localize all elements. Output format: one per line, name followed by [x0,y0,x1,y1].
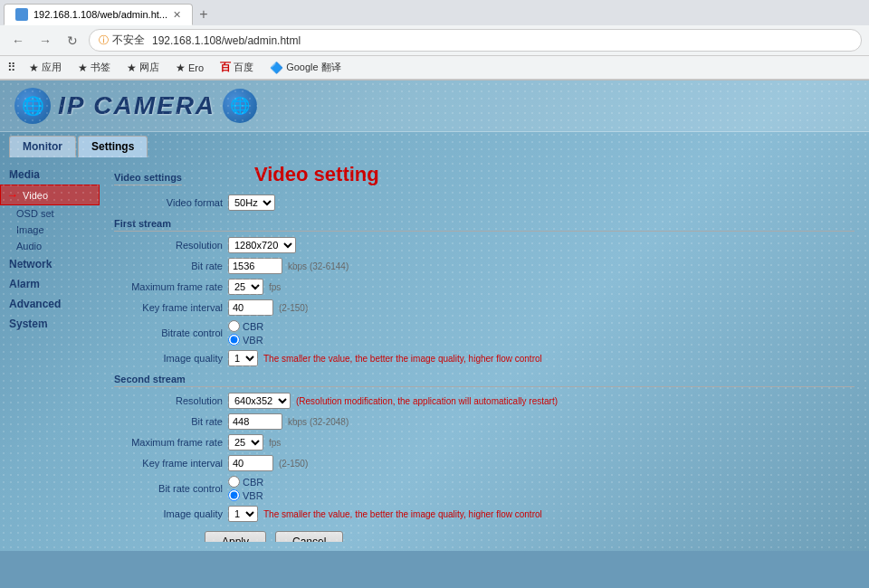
max-frame-row: Maximum frame rate 25 15 10 fps [114,279,855,295]
bitrate-row: Bit rate kbps (32-6144) [114,258,855,274]
key-frame-input[interactable] [228,299,273,316]
resolution-select[interactable]: 1280x720 640x352 320x176 [228,237,296,253]
image-quality-hint: The smaller the value, the better the im… [263,354,542,364]
back-btn[interactable]: ← [7,30,29,52]
s2-cbr-radio-row: CBR [228,476,263,488]
s2-resolution-row: Resolution 640x352 320x176 (Resolution m… [114,393,855,409]
sidebar-item-osd[interactable]: OSD set [0,205,100,222]
nav-tabs: Monitor Settings [0,132,869,157]
bookmark-apps[interactable]: ★ 应用 [25,59,65,76]
header: 🌐 IP CAMERA 🌐 [0,81,869,132]
sidebar-category-alarm[interactable]: Alarm [0,274,100,294]
security-icon: ⓘ [99,33,109,47]
s2-bitrate-label: Bit rate [114,416,223,427]
sidebar-category-network[interactable]: Network [0,254,100,274]
video-format-select[interactable]: 50Hz 60Hz [228,194,275,211]
s2-max-frame-label: Maximum frame rate [114,437,223,448]
url-text: 192.168.1.108/web/admin.html [152,34,301,47]
s2-vbr-radio-row: VBR [228,489,263,501]
s2-vbr-radio[interactable] [228,489,240,501]
cancel-button[interactable]: Cancel [275,531,343,542]
s2-image-quality-row: Image quality 1234 The smaller the value… [114,506,855,522]
s2-key-frame-row: Key frame interval (2-150) [114,455,855,471]
image-quality-select[interactable]: 1234 [228,350,258,366]
s2-resolution-hint: (Resolution modification, the applicatio… [296,396,558,406]
tab-bar: 192.168.1.108/web/admin.ht... ✕ + [0,0,869,25]
logo-globe-right: 🌐 [223,89,257,123]
tab-monitor[interactable]: Monitor [9,136,76,157]
max-frame-select[interactable]: 25 15 10 [228,279,263,295]
s2-bitrate-hint: kbps (32-2048) [288,417,349,427]
s2-bitrate-row: Bit rate kbps (32-2048) [114,413,855,430]
first-stream-header: Video settings Video setting [114,163,855,191]
key-frame-hint: (2-150) [279,303,308,313]
bookmark-shop[interactable]: ★ 网店 [123,59,163,76]
s2-resolution-label: Resolution [114,395,223,406]
apps-icon: ⠿ [7,61,16,74]
sidebar-category-system[interactable]: System [0,314,100,334]
bitrate-control-group: CBR VBR [228,320,263,346]
bitrate-hint: kbps (32-6144) [288,261,349,271]
first-stream-section-title: Video settings [114,172,182,185]
s2-resolution-select[interactable]: 640x352 320x176 [228,393,291,409]
s2-image-quality-hint: The smaller the value, the better the im… [263,509,542,519]
address-bar[interactable]: ⓘ 不安全 192.168.1.108/web/admin.html [89,29,862,52]
content-panel: Video settings Video setting Video forma… [100,157,869,542]
resolution-label: Resolution [114,240,223,251]
bookmark-baidu[interactable]: 百 百度 [216,58,257,77]
tab-close-btn[interactable]: ✕ [173,9,181,21]
first-stream-subsection: First stream [114,218,855,232]
second-stream-title: Second stream [114,374,855,387]
sidebar: Media Video OSD set Image Audio Network … [0,157,100,542]
url-prefix: 不安全 [112,33,145,48]
max-frame-label: Maximum frame rate [114,281,223,292]
s2-key-frame-label: Key frame interval [114,458,223,469]
bookmarks-bar: ⠿ ★ 应用 ★ 书签 ★ 网店 ★ Ero 百 百度 🔷 Google 翻译 [0,56,869,80]
sidebar-item-image[interactable]: Image [0,222,100,238]
tab-favicon [15,8,28,21]
s2-image-quality-select[interactable]: 1234 [228,506,258,522]
cbr-label: CBR [243,321,263,332]
s2-bitrate-input[interactable] [228,413,282,430]
logo-text: IP CAMERA [58,91,215,120]
nav-bar: ← → ↻ ⓘ 不安全 192.168.1.108/web/admin.html [0,25,869,56]
key-frame-label: Key frame interval [114,302,223,313]
forward-btn[interactable]: → [34,30,56,52]
bitrate-control-row: Bitrate control CBR VBR [114,320,855,346]
bookmark-bookmarks[interactable]: ★ 书签 [74,59,114,76]
max-frame-unit: fps [269,282,281,292]
image-quality-label: Image quality [114,353,223,364]
video-format-label: Video format [114,197,223,208]
button-row: Apply Cancel [205,531,855,542]
tab-settings[interactable]: Settings [78,136,148,157]
bitrate-label: Bit rate [114,261,223,271]
s2-vbr-label: VBR [243,490,263,501]
bitrate-control-label: Bitrate control [114,327,223,338]
video-format-row: Video format 50Hz 60Hz [114,194,855,211]
bitrate-input[interactable] [228,258,282,274]
vbr-radio-row: VBR [228,334,263,346]
sidebar-item-video[interactable]: Video [0,185,100,205]
active-tab[interactable]: 192.168.1.108/web/admin.ht... ✕ [4,4,193,25]
s2-max-frame-select[interactable]: 251510 [228,434,263,450]
apply-button[interactable]: Apply [205,531,266,542]
cbr-radio[interactable] [228,320,240,332]
main-content: 🌐 IP CAMERA 🌐 Monitor Settings Media Vid… [0,81,869,551]
bookmark-translate[interactable]: 🔷 Google 翻译 [266,59,345,76]
s2-key-frame-hint: (2-150) [279,459,308,469]
image-quality-row: Image quality 1234 The smaller the value… [114,350,855,366]
sidebar-category-media[interactable]: Media [0,165,100,185]
page-title: Video setting [254,163,379,186]
s2-cbr-radio[interactable] [228,476,240,488]
vbr-label: VBR [243,335,263,346]
s2-key-frame-input[interactable] [228,455,273,471]
vbr-radio[interactable] [228,334,240,346]
bookmark-ero[interactable]: ★ Ero [172,60,207,76]
sidebar-item-audio[interactable]: Audio [0,238,100,254]
refresh-btn[interactable]: ↻ [62,30,83,52]
tab-title: 192.168.1.108/web/admin.ht... [33,9,167,20]
key-frame-row: Key frame interval (2-150) [114,299,855,316]
sidebar-category-advanced[interactable]: Advanced [0,294,100,314]
resolution-row: Resolution 1280x720 640x352 320x176 [114,237,855,253]
new-tab-btn[interactable]: + [193,4,215,25]
